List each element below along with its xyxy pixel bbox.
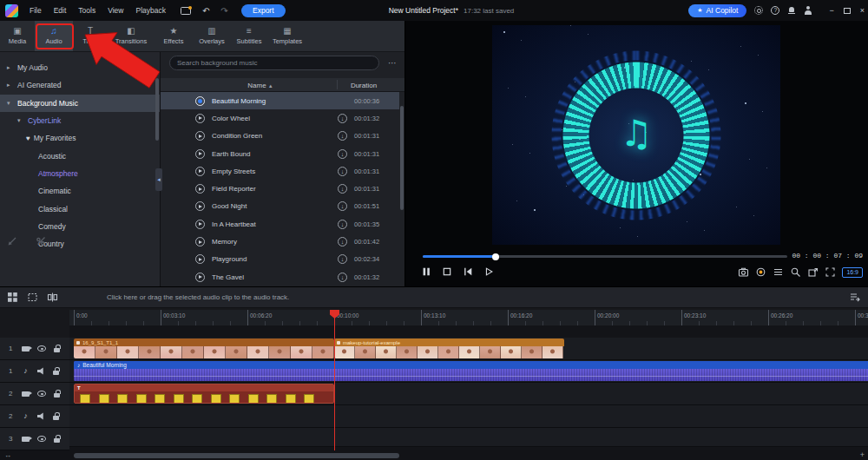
play-icon[interactable] bbox=[195, 237, 205, 246]
collapse-panel-icon[interactable]: ◂ bbox=[155, 168, 162, 191]
list-item-color-wheel[interactable]: Color Wheel↓00:01:32 bbox=[161, 109, 399, 127]
lock-icon[interactable] bbox=[54, 345, 61, 352]
tab-templates[interactable]: ▦Templates bbox=[267, 21, 307, 51]
snapshot-icon[interactable] bbox=[738, 266, 749, 278]
aspect-ratio-badge[interactable]: 16:9 bbox=[842, 267, 863, 278]
fit-timeline-icon[interactable]: ↔ bbox=[4, 451, 11, 459]
tab-subtitles[interactable]: ≡Subtitles bbox=[231, 21, 267, 51]
playhead-line[interactable] bbox=[334, 310, 335, 450]
download-icon[interactable]: ↓ bbox=[338, 184, 347, 194]
tree-item-classical[interactable]: Classical bbox=[0, 200, 160, 217]
list-item-the-gavel[interactable]: The Gavel↓00:01:32 bbox=[161, 268, 399, 286]
tree-item-comedy[interactable]: Comedy bbox=[0, 218, 160, 235]
scrollbar-handle[interactable] bbox=[74, 453, 399, 458]
redo-icon[interactable]: ↷ bbox=[218, 6, 231, 16]
tree-item-my-favorites[interactable]: ♥My Favorites bbox=[0, 129, 160, 147]
download-icon[interactable]: ↓ bbox=[338, 149, 347, 159]
menu-file[interactable]: File bbox=[23, 6, 48, 15]
ai-copilot-button[interactable]: ★ AI Copilot bbox=[688, 4, 746, 17]
video-clip-2[interactable]: makeup-tutorial-example bbox=[334, 338, 564, 358]
list-item-in-a-heartbeat[interactable]: In A Heartbeat↓00:01:35 bbox=[161, 215, 399, 233]
lock-icon[interactable] bbox=[54, 435, 61, 443]
zoom-icon[interactable] bbox=[790, 266, 801, 278]
download-icon[interactable]: ↓ bbox=[338, 254, 347, 264]
download-icon[interactable]: ↓ bbox=[338, 273, 347, 282]
playing-indicator-icon[interactable] bbox=[195, 96, 205, 106]
lock-icon[interactable] bbox=[54, 390, 61, 398]
play-icon[interactable] bbox=[195, 114, 205, 123]
name-column-header[interactable]: Name ▲ bbox=[230, 82, 291, 89]
stop-button[interactable] bbox=[442, 266, 452, 278]
seek-knob[interactable] bbox=[492, 253, 499, 260]
split-clip-icon[interactable] bbox=[47, 292, 58, 303]
timeline-scrollbar[interactable]: ↔ + bbox=[0, 450, 868, 460]
tree-item-background-music[interactable]: ▾Background Music bbox=[0, 95, 160, 112]
zoom-in-icon[interactable]: + bbox=[860, 450, 865, 459]
duration-column-header[interactable]: Duration bbox=[339, 82, 389, 89]
visibility-icon[interactable] bbox=[37, 391, 46, 397]
tree-item-atmosphere[interactable]: Atmosphere bbox=[0, 165, 160, 182]
edit-category-icon[interactable] bbox=[7, 234, 18, 250]
visibility-icon[interactable] bbox=[37, 436, 46, 442]
download-icon[interactable]: ↓ bbox=[338, 201, 347, 211]
render-quality-icon[interactable] bbox=[755, 266, 766, 278]
visibility-icon[interactable] bbox=[37, 345, 46, 352]
list-item-playground[interactable]: Playground↓00:02:34 bbox=[161, 251, 399, 268]
list-item-empty-streets[interactable]: Empty Streets↓00:01:31 bbox=[161, 162, 399, 180]
notifications-bell-icon[interactable] bbox=[787, 6, 796, 15]
settings-gear-icon[interactable] bbox=[754, 6, 763, 15]
play-icon[interactable] bbox=[195, 184, 205, 194]
timeline-ruler[interactable]: 0:0000:03:1000:06:2000:10:0000:13:1000:1… bbox=[69, 310, 868, 325]
download-icon[interactable]: ↓ bbox=[338, 237, 347, 246]
download-icon[interactable]: ↓ bbox=[338, 220, 347, 229]
maximize-button[interactable] bbox=[844, 8, 851, 14]
list-scrollbar[interactable] bbox=[400, 106, 404, 210]
menu-playback[interactable]: Playback bbox=[129, 6, 172, 15]
minimize-button[interactable]: − bbox=[829, 6, 833, 15]
remove-category-icon[interactable] bbox=[36, 234, 47, 250]
range-select-icon[interactable] bbox=[27, 292, 38, 303]
audio-clip[interactable]: ♪Beautiful Morning bbox=[74, 361, 868, 381]
play-icon[interactable] bbox=[195, 273, 205, 282]
play-button[interactable] bbox=[483, 266, 494, 278]
help-icon[interactable]: ? bbox=[771, 6, 779, 15]
video-track-3[interactable] bbox=[69, 428, 868, 447]
download-icon[interactable]: ↓ bbox=[338, 131, 347, 141]
search-box[interactable] bbox=[169, 56, 379, 70]
menu-edit[interactable]: Edit bbox=[48, 6, 73, 15]
video-track-2[interactable]: T bbox=[69, 383, 868, 405]
produce-range-icon[interactable] bbox=[849, 292, 861, 303]
capture-device-icon[interactable] bbox=[181, 7, 191, 15]
account-icon[interactable] bbox=[804, 6, 812, 15]
seek-bar[interactable] bbox=[423, 255, 787, 258]
speaker-icon[interactable] bbox=[37, 367, 45, 375]
display-options-icon[interactable] bbox=[773, 266, 784, 278]
search-input[interactable] bbox=[177, 59, 372, 67]
play-icon[interactable] bbox=[195, 131, 205, 141]
play-icon[interactable] bbox=[195, 254, 205, 264]
download-icon[interactable]: ↓ bbox=[338, 114, 347, 123]
list-item-memory[interactable]: Memory↓00:01:42 bbox=[161, 233, 399, 250]
download-icon[interactable]: ↓ bbox=[338, 167, 347, 176]
title-clip[interactable]: T bbox=[74, 384, 334, 404]
list-item-earth-bound[interactable]: Earth Bound↓00:01:31 bbox=[161, 145, 399, 162]
play-icon[interactable] bbox=[195, 220, 205, 229]
video-track-1[interactable]: 16_9_S1_T1_1 makeup-tutorial-example bbox=[69, 338, 868, 360]
video-clip-1[interactable]: 16_9_S1_T1_1 bbox=[74, 338, 334, 358]
play-icon[interactable] bbox=[195, 149, 205, 159]
more-options-icon[interactable]: ⋯ bbox=[385, 56, 400, 70]
audio-track-2[interactable] bbox=[69, 405, 868, 428]
tab-overlays[interactable]: ▥Overlays bbox=[193, 21, 231, 51]
play-icon[interactable] bbox=[195, 167, 205, 176]
timeline-content[interactable]: 0:0000:03:1000:06:2000:10:0000:13:1000:1… bbox=[69, 310, 868, 450]
lock-icon[interactable] bbox=[53, 367, 60, 375]
list-item-beautiful-morning[interactable]: Beautiful Morning00:00:36 bbox=[161, 92, 399, 109]
tree-item-cinematic[interactable]: Cinematic bbox=[0, 182, 160, 200]
previous-frame-button[interactable] bbox=[463, 266, 473, 278]
play-icon[interactable] bbox=[195, 201, 205, 211]
fullscreen-icon[interactable] bbox=[825, 266, 836, 278]
speaker-icon[interactable] bbox=[37, 412, 45, 420]
list-item-condition-green[interactable]: Condition Green↓00:01:31 bbox=[161, 128, 399, 145]
menu-view[interactable]: View bbox=[102, 6, 129, 15]
undock-icon[interactable] bbox=[807, 266, 819, 278]
